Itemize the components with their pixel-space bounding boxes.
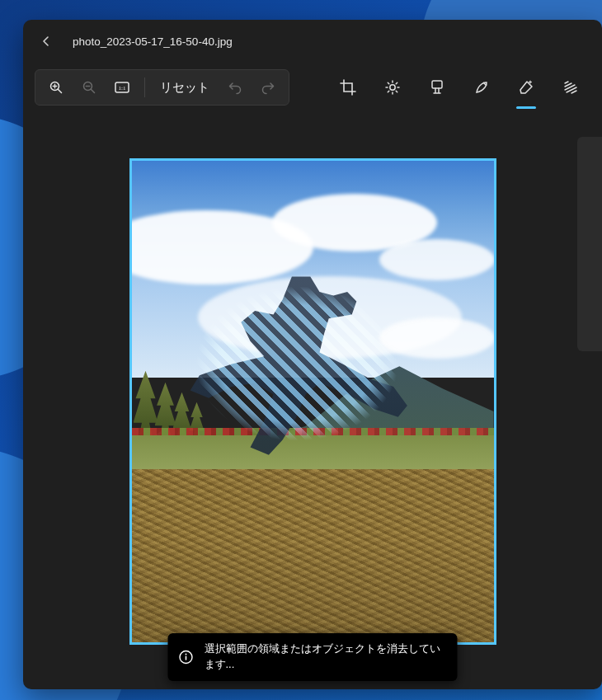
markup-mode-button[interactable] xyxy=(465,71,498,104)
erase-selection-overlay xyxy=(181,273,412,463)
reset-button[interactable]: リセット xyxy=(152,73,218,101)
info-icon xyxy=(178,649,195,665)
filename-label: photo_2023-05-17_16-50-40.jpg xyxy=(73,35,233,48)
svg-point-4 xyxy=(390,85,395,90)
redo-button[interactable] xyxy=(252,73,284,101)
canvas-area xyxy=(23,127,602,689)
markup-icon xyxy=(473,79,490,96)
redo-icon xyxy=(261,80,275,95)
status-toast-message: 選択範囲の領域またはオブジェクトを消去しています... xyxy=(205,641,444,673)
filter-icon xyxy=(429,79,445,96)
zoom-out-button[interactable] xyxy=(73,73,105,101)
brightness-icon xyxy=(384,79,401,96)
adjust-mode-button[interactable] xyxy=(376,71,409,104)
fit-screen-icon: 1:1 xyxy=(114,80,130,95)
app-window: photo_2023-05-17_16-50-40.jpg xyxy=(23,20,602,689)
edit-mode-toolbar xyxy=(332,71,590,104)
svg-rect-8 xyxy=(186,656,187,660)
undo-icon xyxy=(228,80,242,95)
eraser-sparkle-icon xyxy=(518,79,534,96)
image-straw xyxy=(132,469,494,642)
filter-mode-button[interactable] xyxy=(421,71,454,104)
zoom-in-button[interactable] xyxy=(40,73,72,101)
svg-rect-5 xyxy=(432,81,442,88)
toolbar-separator xyxy=(144,78,145,97)
status-toast: 選択範囲の領域またはオブジェクトを消去しています... xyxy=(168,633,458,681)
back-button[interactable] xyxy=(35,30,58,53)
background-mode-button[interactable] xyxy=(554,71,587,104)
back-arrow-icon xyxy=(40,35,53,48)
titlebar: photo_2023-05-17_16-50-40.jpg xyxy=(23,20,602,63)
svg-text:1:1: 1:1 xyxy=(119,85,126,92)
background-blur-icon xyxy=(562,79,579,96)
svg-point-7 xyxy=(186,654,187,655)
crop-icon xyxy=(340,79,356,96)
fit-to-screen-button[interactable]: 1:1 xyxy=(106,73,138,101)
undo-button[interactable] xyxy=(219,73,251,101)
zoom-in-icon xyxy=(49,80,63,95)
image-preview[interactable] xyxy=(129,158,496,645)
toolbar: 1:1 リセット xyxy=(23,63,602,112)
zoom-out-icon xyxy=(82,80,96,95)
crop-mode-button[interactable] xyxy=(332,71,364,104)
zoom-toolbar: 1:1 リセット xyxy=(35,69,289,106)
erase-mode-button[interactable] xyxy=(510,71,543,104)
